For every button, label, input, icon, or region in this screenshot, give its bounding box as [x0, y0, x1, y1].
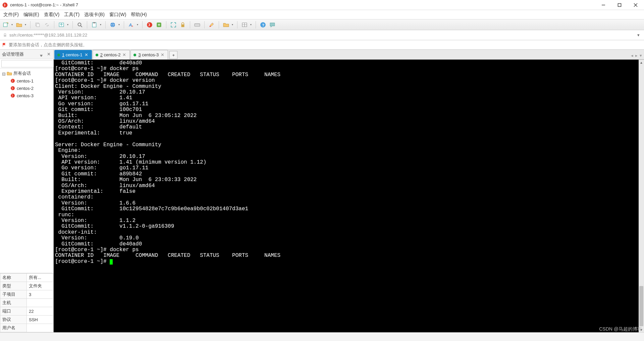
- menu-tools[interactable]: 工具(T): [64, 12, 79, 18]
- dropdown-icon[interactable]: ▾: [137, 23, 138, 26]
- font-icon[interactable]: Aa: [128, 22, 134, 28]
- status-dot-icon: [96, 54, 98, 56]
- tree-item-label: centos-2: [17, 86, 34, 91]
- menu-help[interactable]: 帮助(H): [131, 12, 147, 18]
- scroll-down-icon[interactable]: ▼: [639, 327, 644, 332]
- address-input[interactable]: ssh://centos:******@192.168.101.128:22: [9, 33, 635, 38]
- dropdown-icon[interactable]: ▾: [67, 23, 68, 26]
- folder2-icon[interactable]: [223, 22, 229, 28]
- prop-val: SSH: [27, 316, 53, 324]
- layout-icon[interactable]: [241, 22, 248, 28]
- dropdown-icon[interactable]: ▾: [250, 23, 252, 26]
- tree-item-centos-2[interactable]: centos-2: [1, 84, 53, 92]
- separator: [124, 21, 124, 29]
- toolbar: +▾ ▾ ▾ ▾ ▾ Aa▾ ▾ ▾ ?: [0, 19, 644, 30]
- address-dropdown-icon[interactable]: ▾: [635, 33, 641, 38]
- sidebar-close-icon[interactable]: ✕: [46, 52, 51, 57]
- highlighter-icon[interactable]: [209, 22, 215, 28]
- collapse-icon[interactable]: ⊟: [2, 71, 6, 75]
- help-icon[interactable]: ?: [260, 22, 266, 28]
- prop-row: 协议SSH: [0, 316, 53, 324]
- status-dot-icon: [57, 54, 60, 56]
- separator: [30, 21, 31, 29]
- pin-icon[interactable]: [39, 52, 44, 57]
- tree-item-centos-3[interactable]: centos-3: [1, 92, 53, 99]
- transfer-icon[interactable]: [58, 22, 64, 28]
- open-folder-icon[interactable]: [16, 22, 22, 28]
- dropdown-icon[interactable]: ▾: [100, 23, 101, 26]
- tab-next-icon[interactable]: ▸: [635, 53, 638, 58]
- copy-icon[interactable]: [35, 22, 41, 28]
- prop-val: 3: [27, 290, 53, 299]
- scroll-track[interactable]: [639, 65, 644, 327]
- sidebar-title: 会话管理器: [2, 51, 39, 57]
- xftp-icon[interactable]: [156, 22, 162, 28]
- folder-icon: [7, 71, 12, 76]
- prop-val: 所有...: [27, 274, 53, 282]
- tab-nav: ◂ ▸ ▾: [631, 53, 642, 58]
- scroll-thumb[interactable]: [639, 286, 643, 326]
- tree-item-centos-1[interactable]: centos-1: [1, 77, 53, 84]
- tab-label: 3 centos-3: [138, 52, 159, 57]
- menu-window[interactable]: 窗口(W): [109, 12, 126, 18]
- tree-item-label: centos-3: [17, 93, 34, 98]
- fullscreen-icon[interactable]: [170, 22, 176, 28]
- session-icon: [10, 86, 15, 91]
- menu-view[interactable]: 查看(V): [44, 12, 60, 18]
- separator: [190, 21, 190, 29]
- tab-centos-3[interactable]: 3 centos-3 ✕: [130, 50, 168, 59]
- separator: [72, 21, 73, 29]
- svg-rect-2: [618, 3, 621, 6]
- session-icon: [10, 93, 15, 98]
- search-icon[interactable]: [77, 22, 83, 28]
- prop-key: 用户名: [0, 324, 27, 332]
- dropdown-icon[interactable]: ▾: [25, 23, 26, 26]
- minimize-button[interactable]: [599, 2, 608, 8]
- close-button[interactable]: [631, 2, 640, 8]
- menu-tab[interactable]: 选项卡(B): [84, 12, 105, 18]
- sidebar-search-input[interactable]: [1, 60, 55, 67]
- tab-centos-1[interactable]: 1 centos-1 ✕: [54, 50, 92, 59]
- separator: [237, 21, 237, 29]
- terminal-scrollbar[interactable]: ▲ ▼: [639, 60, 644, 332]
- tab-list-icon[interactable]: ▾: [640, 53, 642, 58]
- tab-centos-2[interactable]: 2 centos-2 ✕: [93, 50, 130, 59]
- xshell-icon[interactable]: [147, 22, 153, 28]
- tab-close-icon[interactable]: ✕: [161, 52, 164, 57]
- maximize-button[interactable]: [615, 2, 624, 8]
- prop-row: 名称所有...: [0, 274, 53, 282]
- lock-small-icon: [3, 33, 7, 38]
- menu-edit[interactable]: 编辑(E): [23, 12, 39, 18]
- sidebar-header: 会话管理器 ✕: [0, 50, 53, 59]
- dropdown-icon[interactable]: ▾: [118, 23, 120, 26]
- tree-root[interactable]: ⊟ 所有会话: [1, 70, 53, 77]
- scroll-up-icon[interactable]: ▲: [639, 60, 644, 65]
- lock-icon[interactable]: [180, 22, 186, 28]
- prop-key: 子项目: [0, 290, 27, 299]
- paste-icon[interactable]: [91, 22, 97, 28]
- separator: [219, 21, 219, 29]
- dropdown-icon[interactable]: ▾: [232, 23, 233, 26]
- svg-rect-19: [181, 24, 184, 27]
- hint-text: 要添加当前会话，点击左侧的箭头按钮。: [9, 42, 87, 48]
- hint-bar: 要添加当前会话，点击左侧的箭头按钮。: [0, 40, 644, 50]
- terminal-wrap: GitCommit: de40ad0 [root@core-1 ~]# dock…: [54, 60, 644, 332]
- menu-bar: 文件(F) 编辑(E) 查看(V) 工具(T) 选项卡(B) 窗口(W) 帮助(…: [0, 10, 644, 19]
- keyboard-icon[interactable]: [194, 22, 200, 28]
- properties-panel: 名称所有... 类型文件夹 子项目3 主机 端口22 协议SSH 用户名: [0, 273, 53, 332]
- svg-text:?: ?: [262, 23, 264, 27]
- window-title: centos-1 - root@core-1:~ - Xshell 7: [10, 2, 599, 7]
- terminal[interactable]: GitCommit: de40ad0 [root@core-1 ~]# dock…: [54, 60, 639, 332]
- chat-icon[interactable]: [269, 22, 275, 28]
- globe-icon[interactable]: [110, 22, 116, 28]
- tab-close-icon[interactable]: ✕: [85, 52, 88, 57]
- dropdown-icon[interactable]: ▾: [11, 23, 13, 26]
- svg-point-23: [210, 25, 211, 26]
- new-session-icon[interactable]: +: [3, 22, 9, 28]
- prop-val: [27, 299, 53, 307]
- tab-add-button[interactable]: +: [169, 51, 177, 59]
- tab-prev-icon[interactable]: ◂: [631, 53, 633, 58]
- menu-file[interactable]: 文件(F): [3, 12, 19, 18]
- tab-close-icon[interactable]: ✕: [122, 52, 126, 57]
- link-icon[interactable]: [44, 22, 50, 28]
